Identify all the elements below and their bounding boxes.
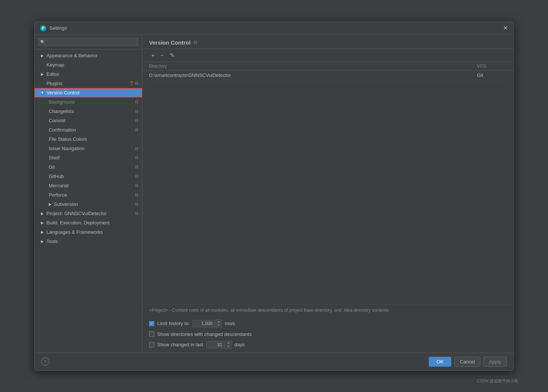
sidebar-item-label: Confirmation bbox=[49, 127, 76, 133]
directory-cell: D:\smartcontracts\GNNSCVulDetector bbox=[149, 72, 477, 78]
sidebar-item-label: Tools bbox=[46, 239, 58, 244]
spinner-up-button[interactable]: ▲ bbox=[226, 341, 231, 345]
main-content: Version Control ⊟ + − ✎ Directory VCS D:… bbox=[142, 35, 513, 353]
show-directories-checkbox[interactable] bbox=[149, 331, 154, 337]
show-changed-input[interactable] bbox=[206, 341, 225, 349]
table-header: Directory VCS bbox=[142, 62, 513, 71]
limit-history-checkbox[interactable] bbox=[149, 321, 154, 326]
layout-icon: ⊟ bbox=[135, 192, 138, 197]
sidebar-item-label: Appearance & Behavior bbox=[46, 53, 97, 58]
spinner-up-button[interactable]: ▲ bbox=[216, 320, 221, 324]
search-input[interactable] bbox=[38, 38, 138, 46]
sidebar-item-label: Project: GNNSCVulDetector bbox=[46, 211, 107, 216]
sidebar-item-label: Git bbox=[49, 164, 55, 170]
layout-icon: ⊟ bbox=[135, 90, 138, 95]
sidebar-item-keymap[interactable]: Keymap bbox=[35, 60, 142, 69]
show-changed-label-before: Show changed in last bbox=[157, 342, 203, 347]
sidebar-item-label: Shelf bbox=[49, 155, 60, 161]
layout-icon: ⊟ bbox=[135, 174, 138, 179]
cancel-button[interactable]: Cancel bbox=[454, 357, 480, 367]
toolbar: + − ✎ bbox=[142, 49, 513, 62]
project-note: <Project> - Content roots of all modules… bbox=[142, 304, 513, 316]
sidebar-item-label: Subversion bbox=[54, 201, 78, 207]
sidebar-item-editor[interactable]: ▶ Editor bbox=[35, 69, 142, 79]
search-wrapper: 🔍 bbox=[38, 38, 138, 46]
chevron-down-icon: ▼ bbox=[41, 91, 44, 95]
sidebar-item-confirmation[interactable]: Confirmation ⊟ bbox=[35, 125, 142, 135]
limit-history-input[interactable]: 1,000 bbox=[193, 320, 215, 327]
remove-button[interactable]: − bbox=[158, 51, 166, 59]
sidebar-item-label: Plugins bbox=[46, 81, 62, 86]
sidebar-item-issue-navigation[interactable]: Issue Navigation ⊟ bbox=[35, 144, 142, 153]
add-button[interactable]: + bbox=[149, 51, 157, 59]
chevron-right-icon: ▶ bbox=[41, 54, 44, 58]
sidebar-item-tools[interactable]: ▶ Tools bbox=[35, 237, 142, 246]
layout-icon: ⊟ bbox=[135, 183, 138, 188]
vcs-cell: Git bbox=[477, 72, 507, 78]
show-changed-spinner: ▲ ▼ bbox=[226, 341, 232, 349]
sidebar-item-appearance[interactable]: ▶ Appearance & Behavior bbox=[35, 51, 142, 60]
spinner-down-button[interactable]: ▼ bbox=[226, 345, 231, 349]
dialog-footer: ? OK Cancel Apply bbox=[35, 353, 513, 370]
sidebar-item-build[interactable]: ▶ Build, Execution, Deployment bbox=[35, 218, 142, 227]
limit-history-row: Limit history to: 1,000 ▲ ▼ rows bbox=[149, 320, 507, 328]
limit-history-input-wrap: 1,000 ▲ ▼ bbox=[193, 320, 222, 328]
limit-history-label-before: Limit history to: bbox=[157, 321, 190, 326]
sidebar-item-commit[interactable]: Commit ⊟ bbox=[35, 116, 142, 125]
sidebar-item-label: File Status Colors bbox=[49, 136, 87, 142]
sidebar-item-mercurial[interactable]: Mercurial ⊟ bbox=[35, 181, 142, 190]
show-changed-label-after: days bbox=[235, 342, 245, 347]
show-changed-row: Show changed in last ▲ ▼ days bbox=[149, 341, 507, 349]
sidebar-item-github[interactable]: GitHub ⊟ bbox=[35, 172, 142, 181]
layout-icon: ⊟ bbox=[135, 109, 138, 114]
apply-button[interactable]: Apply bbox=[483, 357, 507, 367]
sidebar-item-languages[interactable]: ▶ Languages & Frameworks bbox=[35, 227, 142, 237]
page-title: Version Control bbox=[149, 39, 191, 46]
layout-icon: ⊟ bbox=[135, 118, 138, 123]
sidebar-item-label: Build, Execution, Deployment bbox=[46, 220, 110, 226]
chevron-right-icon: ▶ bbox=[41, 239, 44, 243]
table-body: D:\smartcontracts\GNNSCVulDetector Git bbox=[142, 71, 513, 304]
sidebar-item-git[interactable]: Git ⊟ bbox=[35, 162, 142, 172]
sidebar-item-shelf[interactable]: Shelf ⊟ bbox=[35, 153, 142, 162]
table-row[interactable]: D:\smartcontracts\GNNSCVulDetector Git bbox=[149, 71, 507, 80]
nav-tree: ▶ Appearance & Behavior Keymap ▶ Editor … bbox=[35, 49, 142, 353]
sidebar-item-project[interactable]: ▶ Project: GNNSCVulDetector ⊟ bbox=[35, 209, 142, 218]
sidebar-item-background[interactable]: Background ⊟ bbox=[35, 97, 142, 107]
chevron-right-icon: ▶ bbox=[41, 211, 44, 216]
sidebar-item-subversion[interactable]: ▶ Subversion ⊟ bbox=[35, 200, 142, 209]
sidebar-item-changelists[interactable]: Changelists ⊟ bbox=[35, 107, 142, 116]
help-button[interactable]: ? bbox=[41, 357, 49, 366]
close-button[interactable]: ✕ bbox=[502, 25, 508, 31]
layout-icon: ⊟ bbox=[194, 40, 197, 45]
sidebar-item-label: GitHub bbox=[49, 174, 64, 179]
dialog-body: 🔍 ▶ Appearance & Behavior Keymap ▶ bbox=[35, 35, 513, 353]
sidebar: 🔍 ▶ Appearance & Behavior Keymap ▶ bbox=[35, 35, 142, 353]
dialog-title: Settings bbox=[49, 25, 67, 31]
show-directories-label: Show directories with changed descendant… bbox=[157, 331, 252, 337]
sidebar-item-perforce[interactable]: Perforce ⊟ bbox=[35, 190, 142, 200]
sidebar-item-label: Background bbox=[49, 99, 74, 105]
show-changed-checkbox[interactable] bbox=[149, 342, 154, 347]
show-directories-row: Show directories with changed descendant… bbox=[149, 331, 507, 337]
settings-icon: ⊟ bbox=[135, 81, 138, 86]
layout-icon: ⊟ bbox=[135, 165, 138, 169]
svg-text:P: P bbox=[42, 26, 45, 30]
sidebar-item-label: Languages & Frameworks bbox=[46, 229, 103, 235]
sidebar-item-label: Changelists bbox=[49, 108, 74, 114]
layout-icon: ⊟ bbox=[135, 100, 138, 104]
sidebar-item-file-status-colors[interactable]: File Status Colors bbox=[35, 135, 142, 144]
edit-button[interactable]: ✎ bbox=[168, 51, 177, 59]
limit-history-spinner: ▲ ▼ bbox=[216, 320, 222, 328]
limit-history-label-after: rows bbox=[225, 321, 235, 326]
main-header: Version Control ⊟ bbox=[142, 35, 513, 49]
sidebar-item-label: Issue Navigation bbox=[49, 146, 84, 151]
title-bar-left: P Settings bbox=[40, 25, 67, 32]
layout-icon: ⊟ bbox=[135, 211, 138, 216]
spinner-down-button[interactable]: ▼ bbox=[216, 324, 221, 327]
watermark: CSDN @追骑平的小陈 bbox=[477, 378, 518, 384]
sidebar-item-version-control[interactable]: ▼ Version Control ⊟ bbox=[35, 88, 142, 97]
sidebar-item-plugins[interactable]: Plugins ❓ ⊟ bbox=[35, 79, 142, 88]
app-icon: P bbox=[40, 25, 46, 32]
ok-button[interactable]: OK bbox=[429, 357, 451, 367]
